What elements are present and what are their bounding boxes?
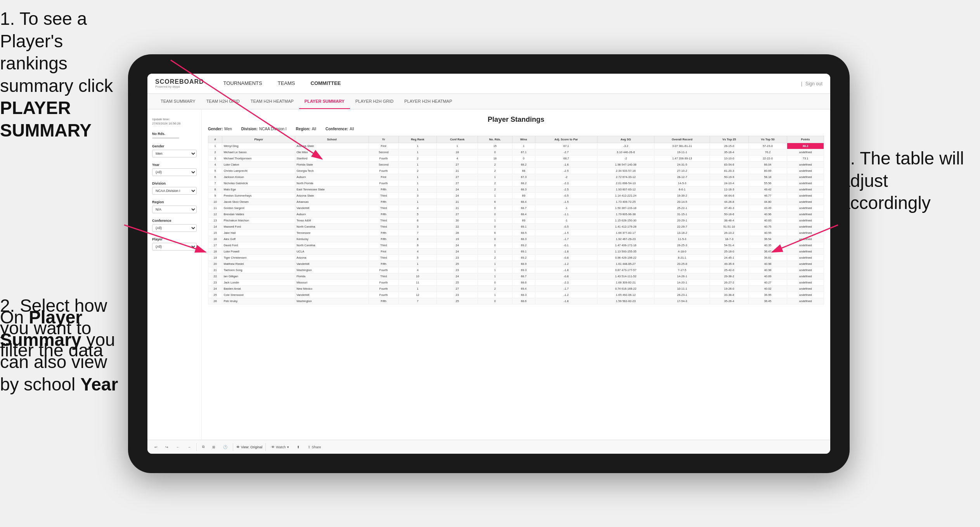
sidebar-region-select[interactable]: N/A <box>152 206 197 213</box>
sub-nav-player-summary[interactable]: PLAYER SUMMARY <box>299 94 350 109</box>
cell-school: Auburn <box>295 211 369 218</box>
logo-sub: Powered by dippa <box>155 85 204 88</box>
cell-avg-sg: 1.47 406-172-16 <box>597 242 654 249</box>
cell-avg-sg: 1.93 607-63-12 <box>597 187 654 193</box>
instruction-bottom-bold2: Year <box>80 374 118 394</box>
cell-year: Fifth <box>369 211 398 218</box>
cell-reg-rank: 2 <box>398 156 437 162</box>
toolbar-forward[interactable]: → <box>185 444 193 450</box>
cell-year: Fourth <box>369 156 398 162</box>
toolbar-view-label: View: Original <box>241 445 262 449</box>
cell-avg-sg: 1.73 409-72-25 <box>597 199 654 205</box>
sidebar-player-select[interactable]: (All) <box>152 243 197 251</box>
cell-year: Fourth <box>369 168 398 174</box>
cell-overall: 19-39-2 <box>654 193 710 199</box>
cell-player: Preston Summerhays <box>222 193 295 199</box>
sub-nav-team-h2h-heatmap[interactable]: TEAM H2H HEATMAP <box>245 94 299 109</box>
toolbar-share[interactable]: ⇪ Share <box>305 444 324 450</box>
cell-conf-rank: 24 <box>437 273 478 280</box>
cell-avg-sg: 1.50 387-133-18 <box>597 205 654 211</box>
toolbar-undo[interactable]: ↩ <box>152 444 160 450</box>
cell-vs-top25: 50-19-9 <box>710 174 748 180</box>
cell-player: Jacob Skov Olesen <box>222 199 295 205</box>
sidebar-gender-select[interactable]: Men <box>152 150 197 157</box>
nav-item-teams[interactable]: TEAMS <box>270 74 303 93</box>
cell-year: Third <box>369 224 398 230</box>
cell-vs-top50: 46.77 <box>748 193 787 199</box>
sub-nav-player-h2h-grid[interactable]: PLAYER H2H GRID <box>350 94 399 109</box>
cell-vs-top50: 76.2 <box>748 149 787 156</box>
nav-item-committee[interactable]: COMMITTEE <box>303 74 349 93</box>
cell-vs-top25: 24-45-1 <box>710 255 748 261</box>
cell-vs-top50: 66.04 <box>748 162 787 168</box>
cell-vs-top50: 55.56 <box>748 180 787 187</box>
copy-icon: ⧉ <box>202 445 204 449</box>
sidebar-update: Update time: 27/03/2024 16:56:26 <box>152 117 197 126</box>
sub-nav-team-h2h-grid[interactable]: TEAM H2H GRID <box>201 94 245 109</box>
nav-item-tournaments[interactable]: TOURNAMENTS <box>216 74 270 93</box>
sidebar: Update time: 27/03/2024 16:56:26 No Rds.… <box>147 109 202 440</box>
cell-reg-rank: 7 <box>398 298 437 304</box>
no-rds-slider[interactable] <box>152 137 179 139</box>
cell-vs-top50: 40.55 <box>748 230 787 236</box>
cell-avg-sg: 1.98 547-140-38 <box>597 162 654 168</box>
cell-vs-top25: 19-26-0 <box>710 286 748 292</box>
cell-no-rds: 0 <box>478 280 512 286</box>
cell-year: Fifth <box>369 236 398 242</box>
cell-conf-rank: 27 <box>437 174 478 180</box>
cell-year: Fourth <box>369 286 398 292</box>
sub-nav-team-summary[interactable]: TEAM SUMMARY <box>155 94 201 109</box>
toolbar-clock[interactable]: 🕐 <box>221 444 230 450</box>
cell-rank: 18 <box>208 249 222 255</box>
cell-school: Kentucky <box>295 236 369 242</box>
sidebar-conference-select[interactable]: (All) <box>152 224 197 232</box>
cell-points: undefined <box>787 292 824 298</box>
cell-school: Missouri <box>295 280 369 286</box>
cell-avg-sg: -3.2 <box>597 143 654 149</box>
cell-points: undefined <box>787 267 824 273</box>
cell-conf-rank: 23 <box>437 267 478 273</box>
cell-wins: 68.3 <box>512 292 535 298</box>
cell-reg-rank: 1 <box>398 180 437 187</box>
toolbar-watch[interactable]: 👁 Watch ▾ <box>269 444 291 450</box>
toolbar-copy[interactable]: ⧉ <box>200 444 207 450</box>
sidebar-year-select[interactable]: (All) <box>152 168 197 176</box>
cell-vs-top25: 49-35-9 <box>710 261 748 267</box>
toolbar-sep1 <box>196 443 197 451</box>
cell-avg-sg: 3.10 440-26-6 <box>597 149 654 156</box>
sidebar-year-label: Year <box>152 163 197 167</box>
cell-vs-top25: 12-16-3 <box>710 187 748 193</box>
cell-rank: 24 <box>208 286 222 292</box>
cell-year: Third <box>369 255 398 261</box>
cell-overall: 11-5-3 <box>654 236 710 242</box>
toolbar-paste[interactable]: ⊞ <box>210 444 218 450</box>
cell-conf-rank: 27 <box>437 286 478 292</box>
cell-adj-score: -1.2 <box>535 292 597 298</box>
cell-no-rds: 1 <box>478 249 512 255</box>
cell-avg-sg: 0.87 473-177-57 <box>597 267 654 273</box>
filter-division: Division: NCAA Division I <box>241 127 287 131</box>
sub-nav-player-h2h-grid-label: PLAYER H2H GRID <box>355 99 393 104</box>
cell-points: undefined <box>787 280 824 286</box>
filter-conference: Conference: All <box>326 127 354 131</box>
cell-vs-top50: 43.49 <box>748 205 787 211</box>
cell-no-rds: 2 <box>478 187 512 193</box>
cell-no-rds: 2 <box>478 286 512 292</box>
cell-adj-score: -1.7 <box>535 286 597 292</box>
toolbar-view[interactable]: 👁 View: Original <box>236 445 262 449</box>
sidebar-division-select[interactable]: NCAA Division I <box>152 187 197 195</box>
main-content: Update time: 27/03/2024 16:56:26 No Rds.… <box>147 109 830 440</box>
sign-out-link[interactable]: Sign out <box>805 81 822 86</box>
cell-wins: 69.3 <box>512 267 535 273</box>
toolbar-export[interactable]: ⬆ <box>294 444 302 450</box>
col-reg-rank: Reg Rank <box>398 136 437 143</box>
sidebar-conference-label: Conference <box>152 219 197 223</box>
toolbar-back[interactable]: ← <box>174 444 182 450</box>
cell-overall: 26-23-1 <box>654 292 710 298</box>
toolbar-redo[interactable]: ↪ <box>163 444 171 450</box>
cell-player: Petr Hruby <box>222 298 295 304</box>
sidebar-player-section: Player (All) <box>152 237 197 251</box>
table-row: 23 Jack Lundin Missouri Fourth 11 25 0 6… <box>208 280 824 286</box>
sub-nav-player-h2h-heatmap[interactable]: PLAYER H2H HEATMAP <box>399 94 457 109</box>
cell-points: undefined <box>787 149 824 156</box>
